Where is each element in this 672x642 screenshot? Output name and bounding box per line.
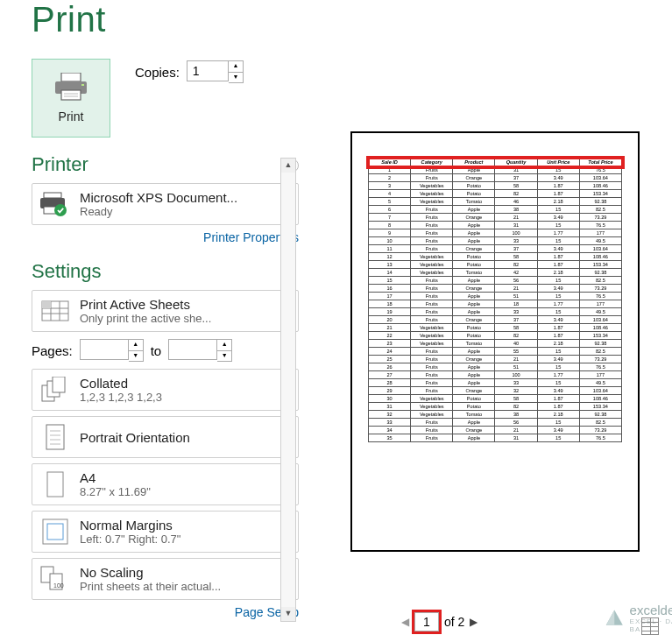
current-page-input[interactable] bbox=[414, 612, 439, 631]
scaling-selector[interactable]: 100 No Scaling Print sheets at their act… bbox=[32, 558, 299, 600]
paper-size-selector[interactable]: A4 8.27" x 11.69" ▼ bbox=[32, 463, 299, 505]
scroll-down-icon[interactable]: ▼ bbox=[281, 607, 295, 621]
svg-rect-18 bbox=[53, 377, 65, 392]
exceldemy-watermark: exceldemy EXCEL · DATA · BA bbox=[605, 603, 672, 633]
margins-selector[interactable]: Normal Margins Left: 0.7" Right: 0.7" ▼ bbox=[32, 511, 299, 553]
svg-rect-6 bbox=[44, 193, 61, 198]
printer-status: Ready bbox=[80, 205, 272, 218]
page-title: Print bbox=[32, 0, 299, 39]
printer-name: Microsoft XPS Document... bbox=[80, 190, 272, 205]
page-navigator: ◀ of 2 ▶ bbox=[401, 612, 477, 631]
svg-marker-31 bbox=[606, 610, 615, 624]
svg-point-9 bbox=[54, 204, 67, 216]
svg-rect-15 bbox=[42, 301, 51, 308]
svg-rect-19 bbox=[46, 425, 64, 449]
copies-up[interactable]: ▲ bbox=[229, 61, 243, 72]
exceldemy-logo-icon bbox=[605, 607, 625, 630]
svg-rect-25 bbox=[43, 519, 67, 544]
portrait-icon bbox=[45, 424, 66, 450]
orientation-selector[interactable]: Portrait Orientation ▼ bbox=[32, 416, 299, 458]
printer-selector[interactable]: Microsoft XPS Document... Ready ▼ bbox=[32, 183, 299, 225]
print-preview: Sale IDCategoryProductQuantityUnit Price… bbox=[350, 131, 640, 552]
svg-rect-24 bbox=[47, 472, 63, 497]
margins-icon bbox=[42, 519, 68, 545]
scroll-up-icon[interactable]: ▲ bbox=[281, 159, 295, 173]
page-total-label: of 2 bbox=[444, 615, 464, 629]
collated-icon bbox=[40, 377, 70, 403]
next-page-icon[interactable]: ▶ bbox=[470, 616, 477, 628]
svg-rect-3 bbox=[61, 90, 81, 100]
copies-input[interactable] bbox=[187, 60, 229, 81]
collation-selector[interactable]: Collated 1,2,3 1,2,3 1,2,3 ▼ bbox=[32, 369, 299, 411]
svg-text:100: 100 bbox=[53, 582, 64, 589]
print-button[interactable]: Print bbox=[32, 59, 110, 138]
scaling-icon: 100 bbox=[40, 566, 70, 592]
settings-scrollbar[interactable]: ▲ ▼ bbox=[280, 158, 296, 622]
page-icon bbox=[45, 471, 66, 497]
page-setup-link[interactable]: Page Setup bbox=[32, 605, 299, 619]
preview-table: Sale IDCategoryProductQuantityUnit Price… bbox=[368, 158, 622, 442]
copies-label: Copies: bbox=[135, 65, 180, 80]
settings-heading: Settings bbox=[32, 260, 299, 283]
print-button-label: Print bbox=[59, 109, 84, 123]
printer-properties-link[interactable]: Printer Properties bbox=[32, 230, 299, 244]
printer-icon bbox=[53, 73, 88, 101]
pages-to-input[interactable] bbox=[168, 339, 217, 360]
copies-down[interactable]: ▼ bbox=[229, 72, 243, 82]
show-margins-icon[interactable] bbox=[641, 617, 659, 635]
pages-from-input[interactable] bbox=[80, 339, 129, 360]
printer-device-icon bbox=[40, 191, 70, 217]
prev-page-icon[interactable]: ◀ bbox=[401, 616, 409, 628]
print-what-selector[interactable]: Print Active Sheets Only print the activ… bbox=[32, 290, 299, 332]
sheets-icon bbox=[40, 298, 70, 324]
svg-rect-0 bbox=[61, 73, 81, 81]
printer-heading: Printer bbox=[32, 153, 299, 176]
pages-label: Pages: bbox=[32, 343, 73, 358]
svg-rect-2 bbox=[81, 84, 84, 86]
